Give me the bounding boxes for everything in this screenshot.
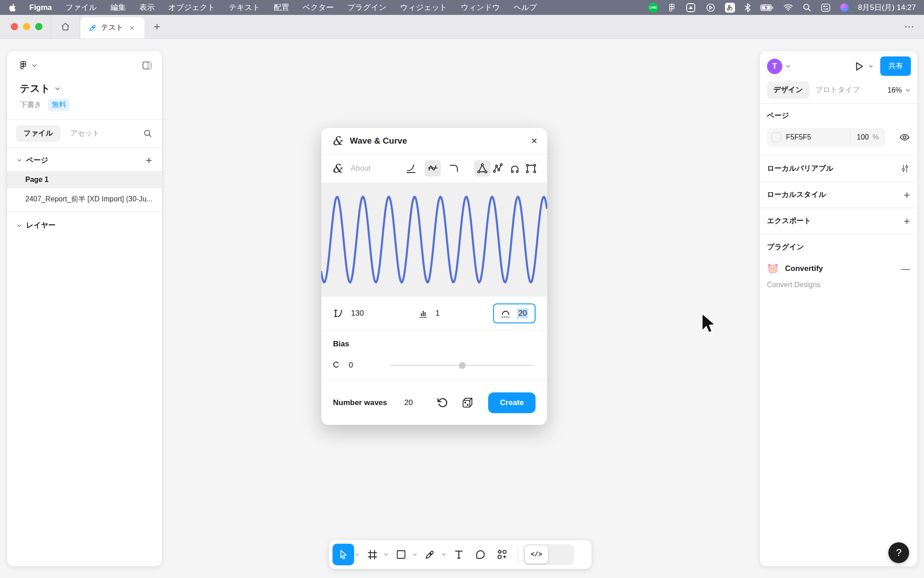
menu-arrange[interactable]: 配置 xyxy=(274,2,289,13)
variables-sliders-icon[interactable] xyxy=(900,163,910,173)
local-styles-row[interactable]: ローカルスタイル + xyxy=(760,182,917,208)
frame-tool-button[interactable] xyxy=(361,544,383,565)
search-icon[interactable] xyxy=(143,129,152,138)
add-export-button[interactable]: + xyxy=(904,217,910,225)
menubar-datetime[interactable]: 8月5日(月) 14:27 xyxy=(858,2,916,13)
bias-slider-thumb[interactable] xyxy=(459,362,466,369)
page-item-active[interactable]: Page 1 xyxy=(7,171,162,188)
share-button[interactable]: 共有 xyxy=(880,56,911,76)
battery-icon[interactable] xyxy=(760,4,774,11)
menu-view[interactable]: 表示 xyxy=(139,2,155,13)
bias-value[interactable]: 0 xyxy=(349,361,353,370)
add-style-button[interactable]: + xyxy=(904,191,910,199)
home-tab-button[interactable] xyxy=(51,15,80,38)
user-avatar[interactable]: T xyxy=(767,59,782,74)
page-color-field[interactable]: F5F5F5 100 % xyxy=(767,128,885,147)
help-button[interactable]: ? xyxy=(888,542,909,563)
ime-input-icon[interactable]: あ xyxy=(725,3,735,13)
tab-overflow-menu[interactable]: ⋯ xyxy=(904,15,915,38)
opacity-value[interactable]: 100 xyxy=(850,133,873,141)
export-row[interactable]: エクスポート + xyxy=(760,208,917,234)
tab-close-icon[interactable]: × xyxy=(128,23,136,33)
add-page-button[interactable]: + xyxy=(146,155,152,166)
pen-tool-button[interactable] xyxy=(419,544,441,565)
color-swatch[interactable] xyxy=(772,132,781,142)
zigzag-wave-shape-icon[interactable] xyxy=(490,160,507,177)
chevron-down-icon[interactable] xyxy=(383,553,390,556)
fullscreen-window-button[interactable] xyxy=(35,23,42,30)
menu-object[interactable]: オブジェクト xyxy=(168,2,215,13)
chevron-down-icon[interactable] xyxy=(441,553,448,556)
window-tabbar: テスト × + ⋯ xyxy=(0,15,924,39)
chevron-down-icon[interactable] xyxy=(55,87,60,90)
menu-edit[interactable]: 編集 xyxy=(111,2,126,13)
frequency-input-focused[interactable]: 20 xyxy=(493,303,536,323)
play-circle-status-icon[interactable] xyxy=(706,3,716,13)
comment-tool-button[interactable] xyxy=(470,544,491,565)
tab-design[interactable]: デザイン xyxy=(767,81,809,99)
minimize-window-button[interactable] xyxy=(23,23,30,30)
tab-test-file[interactable]: テスト × xyxy=(80,17,144,38)
chevron-down-icon[interactable] xyxy=(17,224,22,227)
local-variables-row[interactable]: ローカルバリアブル xyxy=(760,155,917,182)
menu-vector[interactable]: ベクター xyxy=(303,2,334,13)
menu-file[interactable]: ファイル xyxy=(65,2,97,13)
arc-wave-shape-icon[interactable] xyxy=(507,160,523,177)
menu-plugins[interactable]: プラグイン xyxy=(347,2,387,13)
plugin-convertify-row[interactable]: Convertify — xyxy=(767,263,910,275)
square-wave-shape-icon[interactable] xyxy=(523,160,539,177)
control-center-icon[interactable] xyxy=(821,3,831,12)
rectangle-tool-button[interactable] xyxy=(390,544,412,565)
free-plan-badge[interactable]: 無料 xyxy=(48,99,69,111)
zoom-level-dropdown[interactable]: 16% xyxy=(887,86,910,94)
present-play-icon[interactable] xyxy=(853,61,865,72)
page-item[interactable]: 2407_Report_前半 [XD Import] (30-Ju... xyxy=(7,188,162,211)
apple-menu-icon[interactable] xyxy=(8,3,16,12)
close-window-button[interactable] xyxy=(11,23,18,30)
chevron-down-icon[interactable] xyxy=(786,65,790,68)
bias-slider[interactable] xyxy=(390,362,534,369)
actions-tool-button[interactable] xyxy=(491,544,513,565)
siri-icon[interactable] xyxy=(840,3,849,12)
chevron-down-icon[interactable] xyxy=(354,553,361,556)
app-triangle-status-icon[interactable] xyxy=(685,2,696,13)
remove-plugin-icon[interactable]: — xyxy=(901,264,910,274)
wifi-icon[interactable] xyxy=(783,4,793,11)
visibility-eye-icon[interactable] xyxy=(899,132,910,143)
bluetooth-icon[interactable] xyxy=(744,3,751,12)
menu-help[interactable]: ヘルプ xyxy=(513,2,537,13)
color-hex-value[interactable]: F5F5F5 xyxy=(786,133,850,141)
move-tool-button[interactable] xyxy=(333,544,354,565)
menubar-app-name[interactable]: Figma xyxy=(29,3,52,12)
reset-icon[interactable] xyxy=(437,397,448,409)
figma-status-icon[interactable] xyxy=(668,3,676,12)
spotlight-search-icon[interactable] xyxy=(803,3,811,12)
menu-text[interactable]: テキスト xyxy=(229,2,260,13)
steps-input[interactable]: 1 xyxy=(417,308,439,319)
figma-logo-icon[interactable] xyxy=(19,60,28,71)
create-button[interactable]: Create xyxy=(488,392,536,413)
toggle-sidebar-icon[interactable] xyxy=(142,61,152,70)
dev-mode-toggle[interactable]: </> xyxy=(523,544,574,565)
chevron-down-icon[interactable] xyxy=(412,553,419,556)
menu-window[interactable]: ウィンドウ xyxy=(461,2,500,13)
chevron-down-icon[interactable] xyxy=(869,65,873,68)
triangle-wave-shape-icon[interactable] xyxy=(474,160,490,177)
text-tool-button[interactable] xyxy=(448,544,470,565)
random-dice-icon[interactable] xyxy=(461,396,474,409)
tab-prototype[interactable]: プロトタイプ xyxy=(809,81,866,99)
tab-assets[interactable]: アセット xyxy=(64,125,106,142)
chevron-down-icon[interactable] xyxy=(17,159,22,162)
tab-files[interactable]: ファイル xyxy=(16,125,60,142)
menu-widgets[interactable]: ウィジェット xyxy=(400,2,447,13)
chevron-down-icon[interactable] xyxy=(32,64,37,67)
about-link[interactable]: About xyxy=(351,164,397,173)
corner-curve-tool-icon[interactable] xyxy=(446,160,462,177)
new-tab-button[interactable]: + xyxy=(144,15,170,38)
figma-canvas[interactable]: テスト 下書き 無料 ファイル アセット ページ + Page xyxy=(0,39,924,578)
line-status-icon[interactable]: LINE xyxy=(648,3,658,13)
dialog-close-icon[interactable]: × xyxy=(531,135,537,146)
ease-curve-tool-icon[interactable] xyxy=(403,160,419,177)
sine-wave-tool-icon[interactable] xyxy=(425,160,441,177)
amplitude-input[interactable]: 130 xyxy=(333,308,364,319)
